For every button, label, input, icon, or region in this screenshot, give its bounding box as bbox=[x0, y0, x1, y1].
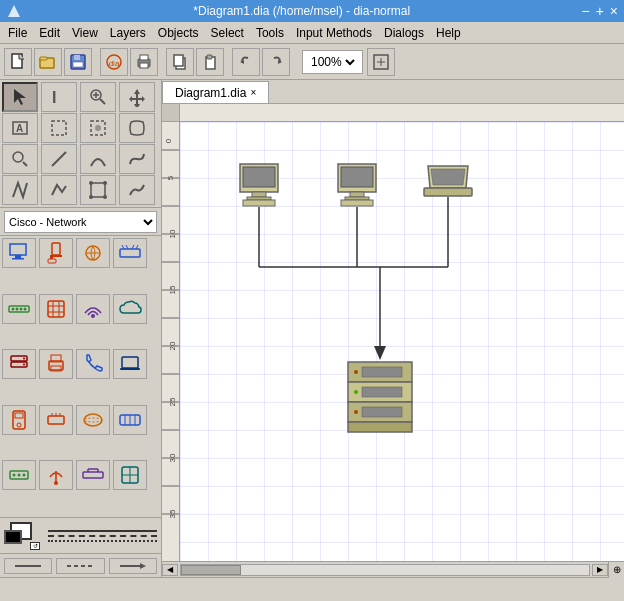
svg-rect-11 bbox=[140, 63, 148, 68]
solid-line-style[interactable] bbox=[48, 530, 157, 532]
undo-button[interactable] bbox=[232, 48, 260, 76]
save-button[interactable] bbox=[64, 48, 92, 76]
reset-color-button[interactable]: ↺ bbox=[30, 542, 40, 550]
arc-tool[interactable] bbox=[80, 144, 116, 174]
move-tool[interactable] bbox=[119, 82, 155, 112]
text-tool[interactable]: I bbox=[41, 82, 77, 112]
shape-switch[interactable] bbox=[113, 238, 147, 268]
close-button[interactable]: × bbox=[610, 3, 618, 19]
svg-rect-159 bbox=[341, 200, 373, 206]
print-button[interactable] bbox=[130, 48, 158, 76]
shape-modem[interactable] bbox=[2, 460, 36, 490]
bezier-tool[interactable] bbox=[119, 144, 155, 174]
diagram-canvas[interactable] bbox=[180, 122, 624, 561]
menu-edit[interactable]: Edit bbox=[33, 24, 66, 42]
select-connected-tool[interactable] bbox=[80, 113, 116, 143]
svg-point-65 bbox=[91, 314, 95, 318]
tab-label: Diagram1.dia bbox=[175, 86, 246, 100]
minimize-button[interactable]: − bbox=[581, 3, 589, 19]
shape-workstation[interactable] bbox=[2, 238, 36, 268]
arrow-line-button[interactable] bbox=[109, 558, 157, 574]
h-scrollbar-track[interactable] bbox=[180, 564, 590, 576]
select-box-tool[interactable] bbox=[41, 113, 77, 143]
shape-access-point[interactable] bbox=[76, 294, 110, 324]
redo-button[interactable] bbox=[262, 48, 290, 76]
shape-cisco-switch[interactable] bbox=[113, 405, 147, 435]
shape-server2[interactable] bbox=[2, 349, 36, 379]
shape-generic[interactable] bbox=[39, 405, 73, 435]
scroll-left-button[interactable]: ◀ bbox=[162, 564, 178, 576]
canvas-area: Diagram1.dia × 0 5 10 bbox=[162, 80, 624, 577]
no-arrow-button[interactable] bbox=[4, 558, 52, 574]
zigzag-tool[interactable] bbox=[2, 175, 38, 205]
main-area: I A bbox=[0, 80, 624, 577]
zoom-selector[interactable]: 50% 75% 100% 150% 200% bbox=[302, 50, 363, 74]
shape-firewall[interactable] bbox=[39, 294, 73, 324]
maximize-button[interactable]: + bbox=[596, 3, 604, 19]
h-scrollbar-thumb[interactable] bbox=[181, 565, 241, 575]
zoom-select[interactable]: 50% 75% 100% 150% 200% bbox=[307, 54, 358, 70]
freehand-tool[interactable] bbox=[119, 175, 155, 205]
menu-select[interactable]: Select bbox=[205, 24, 250, 42]
shape-printer[interactable] bbox=[39, 349, 73, 379]
shape-category-select[interactable]: Cisco - Network Flowchart UML Network Ba… bbox=[4, 211, 157, 233]
dashed-line-button[interactable] bbox=[56, 558, 104, 574]
menu-view[interactable]: View bbox=[66, 24, 104, 42]
zoom-fit-button[interactable] bbox=[367, 48, 395, 76]
svg-rect-30 bbox=[52, 121, 66, 135]
shape-laptop2[interactable] bbox=[113, 349, 147, 379]
svg-text:A: A bbox=[16, 123, 23, 134]
workstation-node-1[interactable] bbox=[240, 164, 278, 206]
shape-antenna[interactable] bbox=[39, 460, 73, 490]
dashed-line-style[interactable] bbox=[48, 535, 157, 537]
svg-rect-178 bbox=[362, 407, 402, 417]
rubber-band-tool[interactable] bbox=[119, 113, 155, 143]
export-button[interactable]: dia bbox=[100, 48, 128, 76]
svg-rect-176 bbox=[362, 367, 402, 377]
scroll-right-button[interactable]: ▶ bbox=[592, 564, 608, 576]
paste-button[interactable] bbox=[196, 48, 224, 76]
shape-ip-phone[interactable] bbox=[2, 405, 36, 435]
svg-rect-5 bbox=[74, 55, 80, 60]
svg-marker-0 bbox=[8, 5, 20, 17]
scroll-corner: ⊕ bbox=[608, 562, 624, 578]
shape-bridge[interactable] bbox=[76, 460, 110, 490]
window-controls[interactable]: − + × bbox=[581, 3, 618, 19]
shape-misc[interactable] bbox=[113, 460, 147, 490]
svg-rect-151 bbox=[243, 167, 275, 187]
menu-input-methods[interactable]: Input Methods bbox=[290, 24, 378, 42]
shape-phone[interactable] bbox=[76, 349, 110, 379]
workstation-node-2[interactable] bbox=[338, 164, 376, 206]
dotted-line-style[interactable] bbox=[48, 540, 157, 542]
shape-cisco-router[interactable] bbox=[76, 405, 110, 435]
polyline-tool[interactable] bbox=[41, 175, 77, 205]
shape-network-cloud[interactable] bbox=[113, 294, 147, 324]
menu-layers[interactable]: Layers bbox=[104, 24, 152, 42]
zoom-tool[interactable] bbox=[80, 82, 116, 112]
new-button[interactable] bbox=[4, 48, 32, 76]
magnify-tool[interactable] bbox=[2, 144, 38, 174]
tab-close-button[interactable]: × bbox=[250, 87, 256, 98]
top-ruler-row: 0 5 10 15 20 25 bbox=[162, 104, 624, 122]
shape-hub[interactable] bbox=[2, 294, 36, 324]
menu-objects[interactable]: Objects bbox=[152, 24, 205, 42]
text-block-tool[interactable]: A bbox=[2, 113, 38, 143]
menu-file[interactable]: File bbox=[2, 24, 33, 42]
outline-tool[interactable] bbox=[80, 175, 116, 205]
menu-tools[interactable]: Tools bbox=[250, 24, 290, 42]
line-color-swatch[interactable] bbox=[4, 530, 22, 544]
tab-diagram1[interactable]: Diagram1.dia × bbox=[162, 81, 269, 103]
tab-bar: Diagram1.dia × bbox=[162, 80, 624, 104]
menu-dialogs[interactable]: Dialogs bbox=[378, 24, 430, 42]
laptop-node[interactable] bbox=[424, 166, 472, 196]
diagram-svg bbox=[180, 122, 624, 561]
open-button[interactable] bbox=[34, 48, 62, 76]
shape-pc[interactable] bbox=[39, 238, 73, 268]
server-node[interactable] bbox=[348, 362, 412, 432]
shape-router[interactable] bbox=[76, 238, 110, 268]
svg-point-173 bbox=[354, 370, 358, 374]
copy-button[interactable] bbox=[166, 48, 194, 76]
select-tool[interactable] bbox=[2, 82, 38, 112]
menu-help[interactable]: Help bbox=[430, 24, 467, 42]
line-tool[interactable] bbox=[41, 144, 77, 174]
